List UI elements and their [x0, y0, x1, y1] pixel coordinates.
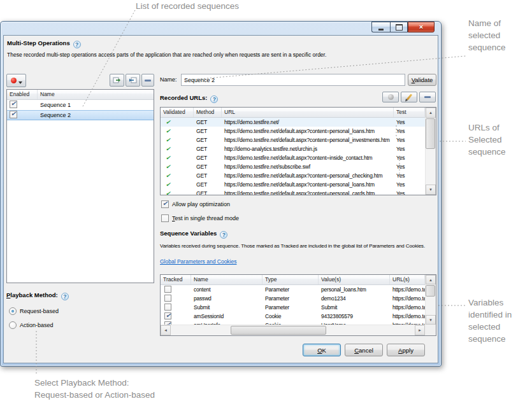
- tracked-checkbox[interactable]: [164, 304, 171, 311]
- variable-urls: https://demo.testfire.net/ba: [390, 295, 425, 302]
- annotation-playback-line1: Select Playback Method:: [34, 377, 155, 389]
- scroll-thumb[interactable]: [426, 285, 435, 297]
- variable-urls: https://demo.testfire.net/de: [390, 286, 425, 293]
- column-header-urls[interactable]: URL(s): [390, 275, 425, 284]
- column-header-values[interactable]: Value(s): [319, 275, 390, 284]
- record-url-button-disabled[interactable]: [382, 92, 399, 102]
- minimize-button[interactable]: [371, 22, 390, 32]
- url-text: https://demo.testfire.net/default.aspx?c…: [222, 137, 394, 143]
- variables-vertical-scrollbar[interactable]: [425, 275, 436, 325]
- url-method: GET: [194, 181, 222, 188]
- column-header-enabled[interactable]: Enabled: [7, 90, 38, 99]
- scroll-thumb[interactable]: [231, 326, 326, 335]
- minimize-icon: [378, 29, 384, 31]
- url-row[interactable]: GET https://demo.testfire.net/default.as…: [161, 171, 436, 180]
- playback-request-based-option[interactable]: Request-based: [9, 307, 59, 315]
- scroll-down-arrow[interactable]: [426, 315, 436, 325]
- url-row[interactable]: GET https://demo.testfire.net/default.as…: [161, 153, 436, 162]
- column-header-type[interactable]: Type: [262, 275, 319, 284]
- url-row[interactable]: GET https://demo.testfire.net/default.as…: [161, 180, 436, 189]
- url-text: https://demo.testfire.net/default.aspx?c…: [222, 172, 394, 179]
- apply-button[interactable]: Apply: [387, 344, 425, 356]
- close-icon: ×: [419, 22, 423, 32]
- sequence-row[interactable]: Sequence 1: [7, 100, 154, 110]
- close-button[interactable]: ×: [408, 22, 435, 32]
- edit-url-button[interactable]: [401, 92, 417, 102]
- action-based-radio[interactable]: [9, 321, 17, 329]
- validated-check-icon: [166, 190, 170, 195]
- request-based-label: Request-based: [20, 308, 59, 314]
- scroll-left-arrow[interactable]: [161, 325, 171, 335]
- tracked-checkbox[interactable]: [164, 286, 171, 293]
- variables-table-header[interactable]: Tracked Name Type Value(s) URL(s): [161, 275, 436, 285]
- column-header-test[interactable]: Test: [394, 108, 425, 117]
- maximize-icon: [396, 24, 403, 31]
- column-header-url[interactable]: URL: [222, 108, 394, 117]
- sequence-variables-table: Tracked Name Type Value(s) URL(s) conten…: [160, 274, 436, 336]
- scroll-thumb[interactable]: [426, 118, 435, 149]
- variable-type: Parameter: [262, 295, 319, 302]
- scroll-up-arrow[interactable]: [426, 108, 436, 118]
- scroll-right-arrow[interactable]: [415, 325, 425, 335]
- annotation-urls-of-selected: URLs of Selected sequence: [468, 122, 519, 158]
- sequence-list-header[interactable]: Enabled Name: [7, 90, 154, 100]
- playback-action-based-option[interactable]: Action-based: [9, 321, 54, 329]
- variable-row[interactable]: passwd Parameter demo1234 https://demo.t…: [161, 294, 436, 303]
- allow-play-optimization-option[interactable]: Allow play optimization: [161, 200, 230, 208]
- url-row[interactable]: GET https://demo.testfire.net/ Yes: [161, 118, 436, 127]
- page: List of recorded sequences Name of selec…: [0, 0, 532, 413]
- url-table-vertical-scrollbar[interactable]: [425, 108, 436, 195]
- maximize-button[interactable]: [390, 22, 408, 32]
- annotation-playback-line2: Request-based or Action-based: [34, 389, 155, 401]
- column-header-tracked[interactable]: Tracked: [161, 275, 191, 284]
- url-test: Yes: [394, 172, 425, 179]
- test-single-thread-checkbox[interactable]: [161, 214, 169, 222]
- help-icon[interactable]: [61, 293, 69, 300]
- column-header-name[interactable]: Name: [191, 275, 262, 284]
- ok-button[interactable]: OK: [303, 344, 341, 356]
- sequence-name-input[interactable]: [181, 74, 405, 86]
- url-row[interactable]: GET https://demo.testfire.net/default.as…: [161, 136, 436, 144]
- url-row[interactable]: GET https://demo.testfire.net/default.as…: [161, 127, 436, 136]
- url-row[interactable]: GET https://demo.testfire.net/subscribe.…: [161, 162, 436, 171]
- url-method: GET: [194, 164, 222, 170]
- url-row[interactable]: GET https://demo.testfire.net/default.as…: [161, 189, 436, 195]
- variables-horizontal-scrollbar[interactable]: [161, 325, 425, 335]
- variable-row[interactable]: content Parameter personal_loans.htm htt…: [161, 285, 436, 294]
- import-sequence-button[interactable]: [126, 74, 140, 87]
- variable-row[interactable]: Submit Parameter Submit https://demo.tes…: [161, 303, 436, 312]
- allow-play-optimization-checkbox[interactable]: [161, 200, 169, 208]
- export-sequence-button[interactable]: [110, 74, 124, 87]
- cancel-button[interactable]: Cancel: [345, 344, 383, 356]
- help-icon[interactable]: [210, 95, 218, 103]
- validated-check-icon: [166, 181, 170, 188]
- request-based-radio[interactable]: [9, 307, 17, 315]
- scroll-down-arrow[interactable]: [426, 185, 436, 195]
- url-row[interactable]: GET http://demo-analytics.testfire.net/u…: [161, 144, 436, 153]
- sequence-enabled-checkbox[interactable]: [10, 111, 17, 118]
- url-text: http://demo-analytics.testfire.net/urchi…: [222, 146, 394, 152]
- column-header-method[interactable]: Method: [194, 108, 222, 117]
- sequence-row-selected[interactable]: Sequence 2: [7, 110, 154, 120]
- tracked-checkbox[interactable]: [164, 295, 171, 302]
- test-single-thread-option[interactable]: Test in single thread mode: [161, 214, 239, 222]
- allow-play-optimization-label: Allow play optimization: [172, 201, 230, 207]
- export-icon: [113, 76, 121, 84]
- validate-button[interactable]: Validate: [408, 74, 436, 86]
- record-sequence-button[interactable]: [6, 74, 26, 87]
- global-parameters-cookies-link[interactable]: Global Parameters and Cookies: [160, 258, 236, 265]
- help-icon[interactable]: [73, 41, 81, 48]
- recorded-urls-table-header[interactable]: Validated Method URL Test: [161, 108, 436, 118]
- sequence-name: Sequence 2: [38, 112, 154, 118]
- annotation-variables-identified: Variables identified in selected sequenc…: [468, 297, 515, 345]
- tracked-checkbox[interactable]: [164, 312, 171, 319]
- column-header-validated[interactable]: Validated: [161, 108, 194, 117]
- variable-row[interactable]: amSessionId Cookie 94323805579 https://d…: [161, 312, 436, 321]
- scroll-up-arrow[interactable]: [426, 275, 436, 284]
- column-header-name[interactable]: Name: [38, 90, 154, 99]
- sequence-enabled-checkbox[interactable]: [10, 101, 17, 108]
- delete-url-button[interactable]: [419, 92, 436, 102]
- delete-sequence-button[interactable]: [141, 74, 154, 87]
- help-icon[interactable]: [220, 231, 227, 239]
- url-test: Yes: [394, 181, 425, 188]
